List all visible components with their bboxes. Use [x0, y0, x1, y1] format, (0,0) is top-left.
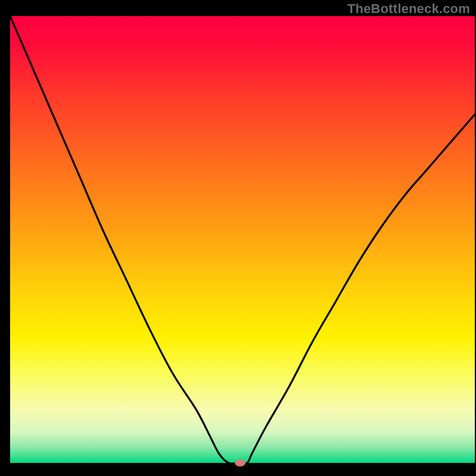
bottleneck-chart: [0, 0, 476, 476]
chart-frame: TheBottleneck.com: [0, 0, 476, 476]
optimum-marker: [235, 459, 246, 466]
plot-background: [10, 16, 475, 463]
